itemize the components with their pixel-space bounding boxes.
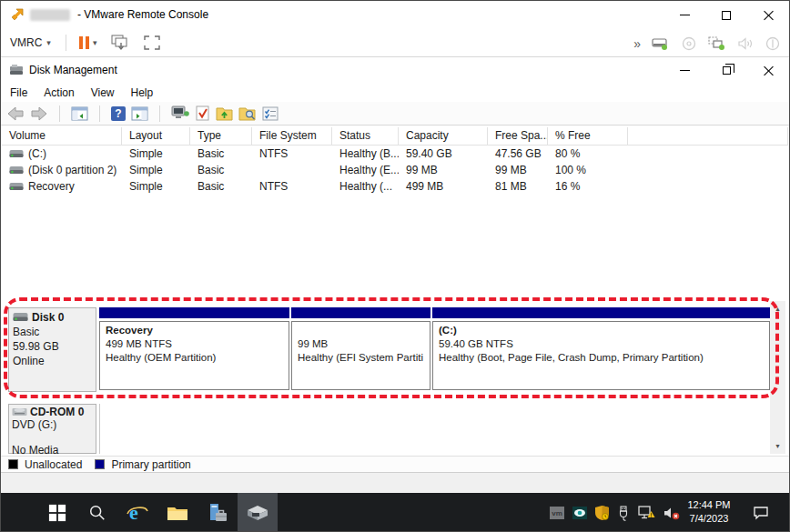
partition-c-drive[interactable]: (C:) 59.40 GB NTFS Healthy (Boot, Page F… (432, 307, 770, 392)
clock-time: 12:44 PM (678, 498, 740, 512)
cell-free: 99 MB (488, 162, 548, 178)
partition-status: Healthy (Boot, Page File, Crash Dump, Pr… (439, 351, 764, 365)
disk-management-taskbar-button[interactable] (238, 493, 278, 532)
dm-restore-button[interactable] (705, 57, 747, 83)
task-list-button[interactable] (262, 106, 279, 121)
show-action-pane-button[interactable] (131, 106, 148, 121)
help-button[interactable]: ? (111, 106, 126, 121)
legend-unallocated: Unallocated (8, 458, 82, 471)
disk0-label-panel[interactable]: Disk 0 Basic 59.98 GB Online (8, 307, 96, 392)
disk-management-title: Disk Management (29, 64, 117, 76)
legend-label: Unallocated (25, 458, 82, 471)
disk0-type: Basic (13, 326, 92, 338)
eye-tray-icon[interactable] (572, 507, 587, 519)
action-center-icon[interactable] (753, 506, 769, 520)
server-manager-icon (207, 502, 228, 524)
disk-management-icon (246, 503, 269, 523)
menu-action[interactable]: Action (44, 85, 82, 101)
close-icon (764, 10, 774, 20)
expand-toolbar-icon[interactable]: » (633, 36, 640, 51)
partition-size: 59.40 GB NTFS (439, 337, 764, 351)
toolbar-separator (159, 105, 160, 122)
minimize-button[interactable] (663, 1, 705, 29)
volume-row-c[interactable]: (C:) Simple Basic NTFS Healthy (B... 59.… (2, 146, 788, 162)
partition-size: 499 MB NTFS (106, 337, 283, 351)
cdrom-icon (12, 407, 27, 417)
legend-label: Primary partition (111, 458, 190, 471)
fullscreen-button[interactable] (137, 32, 167, 54)
volume-name: (C:) (28, 147, 46, 160)
search-button[interactable] (77, 493, 117, 532)
col-volume[interactable]: Volume (2, 127, 122, 145)
start-button[interactable] (37, 493, 77, 532)
cd-drive-device-icon (682, 36, 696, 51)
vmware-remote-console-window: - VMware Remote Console VMRC ▾ ▾ (0, 0, 790, 532)
volume-list-header: Volume Layout Type File System Status Ca… (2, 127, 788, 146)
cdrom0-label-panel[interactable]: CD-ROM 0 DVD (G:) No Media (8, 404, 96, 454)
network-warning-tray-icon[interactable] (638, 506, 655, 520)
vmware-logo-icon (9, 7, 25, 23)
scroll-up-icon[interactable]: ▲ (770, 301, 785, 316)
cell-free: 81 MB (488, 178, 548, 195)
close-icon (764, 65, 774, 75)
partition-color-bar (291, 307, 430, 318)
usb-tray-icon[interactable] (617, 506, 630, 521)
menu-file[interactable]: File (10, 85, 35, 101)
show-console-tree-button[interactable] (71, 106, 88, 121)
col-type[interactable]: Type (190, 127, 252, 145)
folder-up-button[interactable] (216, 105, 233, 121)
cell-fs: NTFS (252, 146, 332, 162)
volume-row-recovery[interactable]: Recovery Simple Basic NTFS Healthy (... … (2, 178, 788, 195)
back-button[interactable] (6, 105, 25, 122)
send-ctrl-alt-del-button[interactable] (104, 31, 137, 55)
cell-pct: 100 % (548, 162, 628, 178)
close-button[interactable] (747, 1, 789, 29)
security-shield-tray-icon[interactable] (595, 506, 609, 520)
internet-explorer-button[interactable]: e (117, 493, 157, 532)
vmware-tools-tray-icon[interactable]: vm (550, 507, 564, 519)
maximize-button[interactable] (705, 1, 747, 29)
partition-efi-system[interactable]: 99 MB Healthy (EFI System Partiti (291, 307, 430, 392)
clock-date: 7/4/2023 (678, 512, 740, 526)
legend-primary-partition: Primary partition (95, 458, 190, 471)
send-ctrl-alt-del-icon (111, 35, 129, 51)
remote-screen-button[interactable] (171, 105, 190, 121)
file-explorer-button[interactable] (157, 493, 198, 532)
col-layout[interactable]: Layout (122, 127, 190, 145)
hard-disk-device-icon[interactable] (652, 36, 670, 51)
cell-empty (628, 178, 788, 195)
vmrc-toolbar: VMRC ▾ ▾ » (1, 29, 789, 57)
vertical-scrollbar[interactable]: ▲ ▼ (770, 301, 785, 454)
menu-view[interactable]: View (91, 85, 123, 101)
window-bottom-strip (1, 472, 789, 493)
partition-recovery[interactable]: Recovery 499 MB NTFS Healthy (OEM Partit… (99, 307, 289, 392)
volume-row-partition2[interactable]: (Disk 0 partition 2) Simple Basic Health… (2, 162, 788, 178)
folder-search-button[interactable] (238, 105, 257, 121)
cdrom0-media: No Media (12, 444, 93, 457)
window-title: - VMware Remote Console (77, 8, 208, 21)
scroll-down-icon[interactable]: ▼ (770, 438, 785, 454)
cell-type: Basic (190, 146, 252, 162)
col-capacity[interactable]: Capacity (399, 127, 488, 145)
minimize-icon (680, 15, 690, 15)
volume-name: (Disk 0 partition 2) (28, 164, 116, 176)
server-manager-button[interactable] (198, 493, 238, 532)
forward-button[interactable] (30, 105, 48, 122)
volume-icon (9, 149, 24, 159)
dm-close-button[interactable] (747, 57, 789, 83)
col-pct-free[interactable]: % Free (548, 127, 628, 145)
network-adapter-device-icon[interactable] (708, 36, 726, 51)
chevron-down-icon: ▾ (46, 38, 51, 47)
taskbar: e (1, 493, 789, 532)
taskbar-clock[interactable]: 12:44 PM 7/4/2023 (678, 498, 740, 526)
col-status[interactable]: Status (332, 127, 399, 145)
toolbar-separator (59, 105, 60, 122)
col-file-system[interactable]: File System (252, 127, 332, 145)
pause-vm-button[interactable]: ▾ (72, 33, 105, 53)
vmrc-menu-button[interactable]: VMRC ▾ (1, 33, 60, 53)
menu-help[interactable]: Help (131, 85, 162, 101)
dm-minimize-button[interactable] (663, 57, 705, 83)
col-free-space[interactable]: Free Spa... (488, 127, 548, 145)
check-document-button[interactable] (196, 105, 210, 122)
volume-list: Volume Layout Type File System Status Ca… (2, 127, 788, 195)
